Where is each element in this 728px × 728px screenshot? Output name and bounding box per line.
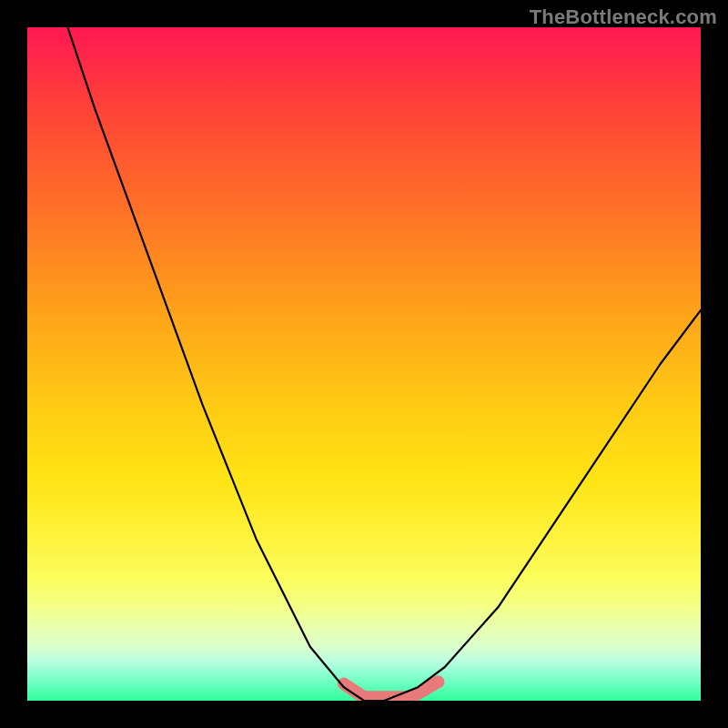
chart-plot-area (27, 27, 701, 701)
watermark-label: TheBottleneck.com (530, 5, 717, 29)
tolerance-band-path (344, 682, 439, 697)
bottleneck-curve-path (67, 27, 701, 701)
chart-svg (27, 27, 701, 701)
chart-frame: TheBottleneck.com (0, 0, 728, 728)
